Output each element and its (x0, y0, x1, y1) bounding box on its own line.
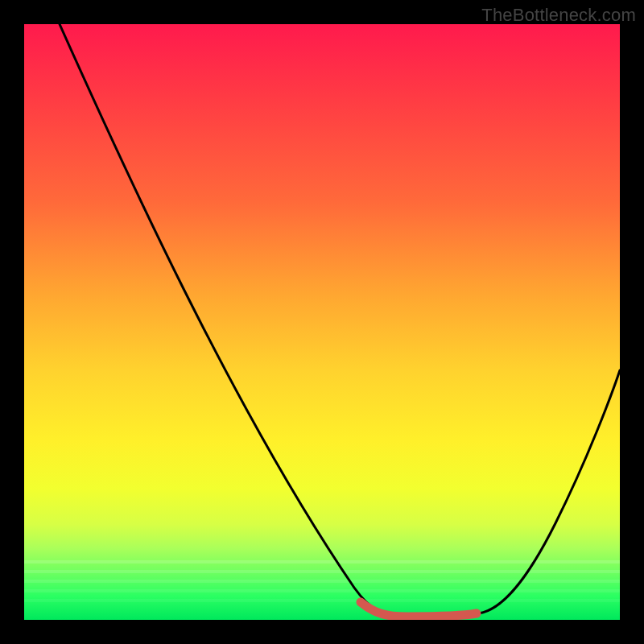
bottleneck-plot (24, 24, 620, 620)
bottleneck-curve-path (60, 24, 620, 616)
chart-frame: TheBottleneck.com (0, 0, 644, 644)
watermark-text: TheBottleneck.com (481, 5, 636, 26)
curve-layer (24, 24, 620, 620)
highlight-segment-path (361, 602, 477, 617)
